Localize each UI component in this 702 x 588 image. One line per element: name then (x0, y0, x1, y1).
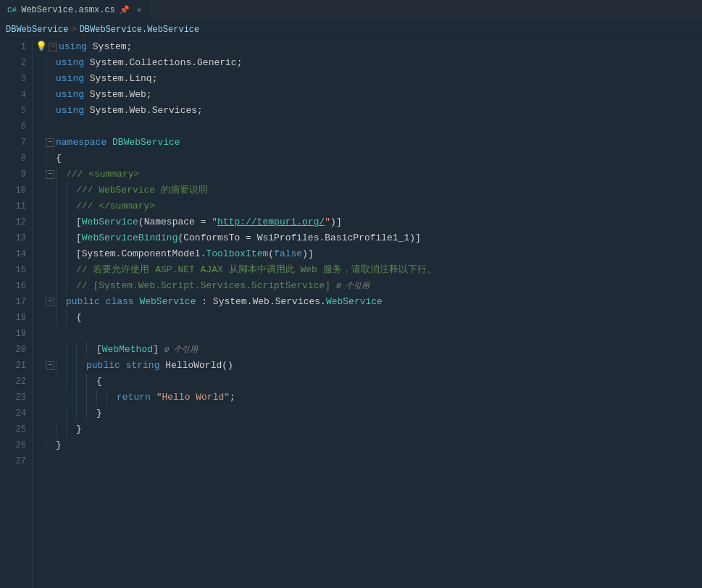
title-bar: C# WebService.asmx.cs 📌 ✕ (0, 0, 702, 20)
code-line-10: /// WebService 的摘要说明 (33, 182, 702, 198)
ln-25: 25 (6, 421, 26, 437)
menu-bar: DBWebService > DBWebService.WebService (0, 20, 702, 39)
ln-1: 1 (6, 39, 26, 55)
breadcrumb-sep1: > (71, 25, 76, 35)
code-line-1: 💡 − using System; (33, 39, 702, 55)
code-line-7: − namespace DBWebService (33, 135, 702, 151)
bulb-icon[interactable]: 💡 (35, 39, 47, 55)
ln-7: 7 (6, 135, 26, 151)
code-line-25: } (33, 421, 702, 437)
collapse-21[interactable]: − (46, 361, 54, 370)
ln-5: 5 (6, 103, 26, 119)
breadcrumb-project[interactable]: DBWebService (6, 25, 68, 35)
ln-3: 3 (6, 71, 26, 87)
line-numbers: 1 2 3 4 5 6 7 8 9 10 11 12 13 14 15 16 1… (0, 39, 33, 588)
code-line-23: return "Hello World"; (33, 390, 702, 406)
code-line-11: /// </summary> (33, 198, 702, 214)
ln-19: 19 (6, 326, 26, 342)
code-line-22: { (33, 374, 702, 390)
ln-11: 11 (6, 198, 26, 214)
ln-14: 14 (6, 246, 26, 262)
pin-icon: 📌 (120, 5, 130, 14)
code-line-5: using System.Web.Services; (33, 103, 702, 119)
collapse-9[interactable]: − (46, 170, 54, 179)
ln-17: 17 (6, 294, 26, 310)
code-line-6 (33, 119, 702, 135)
code-line-17: − public class WebService : System.Web.S… (33, 294, 702, 310)
ln-21: 21 (6, 358, 26, 374)
code-line-27 (33, 453, 702, 469)
collapse-7[interactable]: − (46, 138, 54, 147)
code-container[interactable]: 1 2 3 4 5 6 7 8 9 10 11 12 13 14 15 16 1… (0, 39, 702, 588)
code-line-12: [WebService(Namespace = "http://tempuri.… (33, 214, 702, 230)
ln-22: 22 (6, 374, 26, 390)
editor: 1 2 3 4 5 6 7 8 9 10 11 12 13 14 15 16 1… (0, 39, 702, 588)
code-line-14: [System.ComponentModel.ToolboxItem(false… (33, 246, 702, 262)
code-line-9: − /// <summary> (33, 167, 702, 182)
ln-9: 9 (6, 167, 26, 182)
code-content[interactable]: 💡 − using System; using System.Collectio… (33, 39, 702, 588)
code-line-21: − public string HelloWorld() (33, 358, 702, 374)
ln-13: 13 (6, 230, 26, 246)
ln-2: 2 (6, 55, 26, 71)
breadcrumb-class[interactable]: DBWebService.WebService (80, 25, 200, 35)
code-line-4: using System.Web; (33, 87, 702, 103)
collapse-1[interactable]: − (49, 43, 57, 51)
ln-8: 8 (6, 151, 26, 167)
code-line-20: [WebMethod] 0 个引用 (33, 342, 702, 358)
ln-15: 15 (6, 262, 26, 278)
ln-12: 12 (6, 214, 26, 230)
ln-4: 4 (6, 87, 26, 103)
code-line-3: using System.Linq; (33, 71, 702, 87)
ln-10: 10 (6, 182, 26, 198)
ln-18: 18 (6, 310, 26, 326)
code-line-19 (33, 326, 702, 342)
ln-26: 26 (6, 437, 26, 453)
code-line-16: // [System.Web.Script.Services.ScriptSer… (33, 278, 702, 294)
code-line-18: { (33, 310, 702, 326)
code-line-15: // 若要允许使用 ASP.NET AJAX 从脚本中调用此 Web 服务，请取… (33, 262, 702, 278)
code-line-8: { (33, 151, 702, 167)
ln-24: 24 (6, 406, 26, 421)
code-line-2: using System.Collections.Generic; (33, 55, 702, 71)
code-line-26: } (33, 437, 702, 453)
tab-close-button[interactable]: ✕ (137, 5, 142, 14)
collapse-17[interactable]: − (46, 298, 54, 306)
ln-6: 6 (6, 119, 26, 135)
tab-filename: WebService.asmx.cs (21, 5, 115, 15)
code-line-13: [WebServiceBinding(ConformsTo = WsiProfi… (33, 230, 702, 246)
ln-20: 20 (6, 342, 26, 358)
ln-23: 23 (6, 390, 26, 406)
ln-16: 16 (6, 278, 26, 294)
csharp-file-icon: C# (7, 6, 17, 14)
ln-27: 27 (6, 453, 26, 469)
code-line-24: } (33, 406, 702, 421)
editor-tab[interactable]: C# WebService.asmx.cs 📌 ✕ (0, 0, 149, 20)
